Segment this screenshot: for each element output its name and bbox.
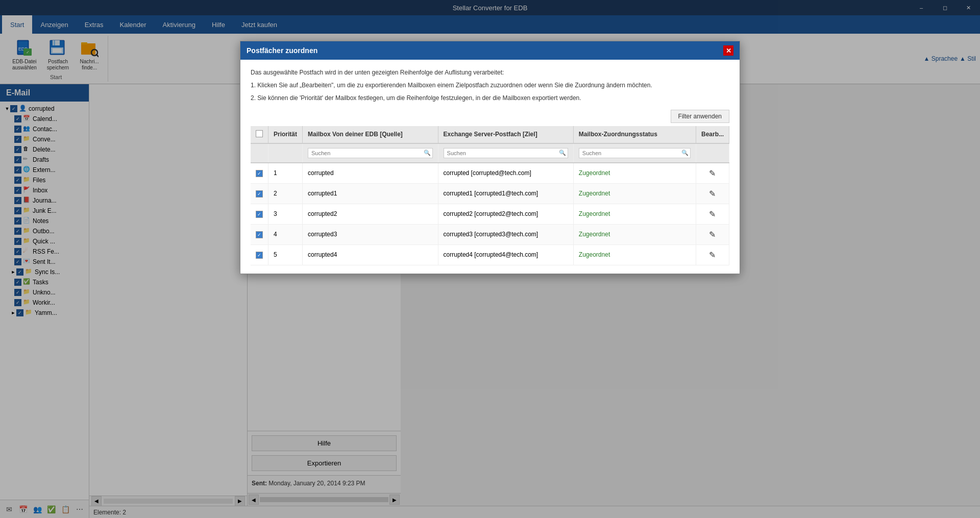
priority-cell-4: 4 — [268, 224, 303, 244]
modal-close-button[interactable]: ✕ — [723, 45, 733, 56]
col-target: Exchange Server-Postfach [Ziel] — [438, 126, 573, 143]
target-cell-3: corrupted2 [corrupted2@tech.com] — [438, 204, 573, 224]
target-cell-1: corrupted [corrupted@tech.com] — [438, 163, 573, 184]
header-checkbox[interactable] — [256, 130, 263, 137]
row-checkbox-1[interactable]: ✓ — [256, 170, 263, 177]
search-source-cell: 🔍 — [303, 143, 438, 163]
modal-header: Postfächer zuordnen ✕ — [240, 41, 740, 60]
row-checkbox-cell: ✓ — [251, 183, 268, 204]
status-cell-5: Zugeordnet — [573, 244, 696, 265]
table-header-row: Priorität Mailbox Von deiner EDB [Quelle… — [251, 126, 729, 143]
row-checkbox-5[interactable]: ✓ — [256, 252, 263, 259]
search-checkbox-cell — [251, 143, 268, 163]
row-checkbox-2[interactable]: ✓ — [256, 190, 263, 198]
col-checkbox — [251, 126, 268, 143]
edit-button-1[interactable]: ✎ — [708, 167, 717, 179]
source-cell-4: corrupted3 — [303, 224, 438, 244]
source-cell-2: corrupted1 — [303, 183, 438, 204]
status-badge-2: Zugeordnet — [579, 190, 610, 197]
table-row: ✓ 2 corrupted1 corrupted1 [corrupted1@te… — [251, 183, 729, 204]
status-cell-2: Zugeordnet — [573, 183, 696, 204]
status-badge-4: Zugeordnet — [579, 231, 610, 238]
edit-button-4[interactable]: ✎ — [708, 229, 717, 240]
col-priority: Priorität — [268, 126, 303, 143]
edit-button-3[interactable]: ✎ — [708, 208, 717, 220]
table-row: ✓ 4 corrupted3 corrupted3 [corrupted3@te… — [251, 224, 729, 244]
status-badge-5: Zugeordnet — [579, 251, 610, 258]
edit-cell-4: ✎ — [696, 224, 729, 244]
priority-cell-3: 3 — [268, 204, 303, 224]
row-checkbox-3[interactable]: ✓ — [256, 211, 263, 218]
source-cell-1: corrupted — [303, 163, 438, 184]
status-badge-1: Zugeordnet — [579, 169, 610, 177]
table-row: ✓ 1 corrupted corrupted [corrupted@tech.… — [251, 163, 729, 184]
modal-description: Das ausgewählte Postfach wird in der unt… — [251, 68, 729, 104]
search-status-icon: 🔍 — [681, 150, 689, 156]
description-2: 1. Klicken Sie auf „Bearbeiten", um die … — [251, 81, 729, 90]
modal-postfaecher: Postfächer zuordnen ✕ Das ausgewählte Po… — [240, 41, 740, 274]
search-status-input[interactable] — [579, 148, 691, 158]
search-row: 🔍 🔍 — [251, 143, 729, 163]
source-cell-5: corrupted4 — [303, 244, 438, 265]
description-1: Das ausgewählte Postfach wird in der unt… — [251, 68, 729, 78]
search-source-icon: 🔍 — [424, 150, 431, 156]
search-target-cell: 🔍 — [438, 143, 573, 163]
priority-cell-2: 2 — [268, 183, 303, 204]
modal-overlay: Postfächer zuordnen ✕ Das ausgewählte Po… — [0, 0, 980, 518]
search-target-input[interactable] — [444, 148, 568, 158]
edit-cell-5: ✎ — [696, 244, 729, 265]
row-checkbox-cell: ✓ — [251, 244, 268, 265]
edit-cell-1: ✎ — [696, 163, 729, 184]
search-source-input[interactable] — [308, 148, 433, 158]
row-checkbox-cell: ✓ — [251, 163, 268, 184]
priority-cell-1: 1 — [268, 163, 303, 184]
edit-button-5[interactable]: ✎ — [708, 249, 717, 261]
target-cell-4: corrupted3 [corrupted3@tech.com] — [438, 224, 573, 244]
status-cell-4: Zugeordnet — [573, 224, 696, 244]
priority-cell-5: 5 — [268, 244, 303, 265]
table-row: ✓ 5 corrupted4 corrupted4 [corrupted4@te… — [251, 244, 729, 265]
edit-cell-3: ✎ — [696, 204, 729, 224]
edit-button-2[interactable]: ✎ — [708, 188, 717, 200]
search-priority-cell — [268, 143, 303, 163]
description-3: 2. Sie können die 'Priorität' der Mailbo… — [251, 93, 729, 103]
mailbox-table: Priorität Mailbox Von deiner EDB [Quelle… — [251, 126, 729, 265]
status-badge-3: Zugeordnet — [579, 210, 610, 217]
target-cell-2: corrupted1 [corrupted1@tech.com] — [438, 183, 573, 204]
status-cell-3: Zugeordnet — [573, 204, 696, 224]
edit-cell-2: ✎ — [696, 183, 729, 204]
col-edit: Bearb... — [696, 126, 729, 143]
modal-body: Das ausgewählte Postfach wird in der unt… — [240, 60, 740, 274]
status-cell-1: Zugeordnet — [573, 163, 696, 184]
col-source: Mailbox Von deiner EDB [Quelle] — [303, 126, 438, 143]
mailbox-table-body: ✓ 1 corrupted corrupted [corrupted@tech.… — [251, 163, 729, 265]
source-cell-3: corrupted2 — [303, 204, 438, 224]
filter-area: Filter anwenden — [251, 110, 729, 123]
search-target-icon: 🔍 — [559, 150, 566, 156]
row-checkbox-cell: ✓ — [251, 224, 268, 244]
target-cell-5: corrupted4 [corrupted4@tech.com] — [438, 244, 573, 265]
col-status: Mailbox-Zuordnungsstatus — [573, 126, 696, 143]
row-checkbox-cell: ✓ — [251, 204, 268, 224]
search-status-cell: 🔍 — [573, 143, 696, 163]
row-checkbox-4[interactable]: ✓ — [256, 231, 263, 238]
modal-title: Postfächer zuordnen — [247, 46, 317, 55]
search-edit-cell — [696, 143, 729, 163]
table-container: Priorität Mailbox Von deiner EDB [Quelle… — [251, 126, 729, 265]
table-row: ✓ 3 corrupted2 corrupted2 [corrupted2@te… — [251, 204, 729, 224]
filter-anwenden-button[interactable]: Filter anwenden — [671, 110, 729, 123]
